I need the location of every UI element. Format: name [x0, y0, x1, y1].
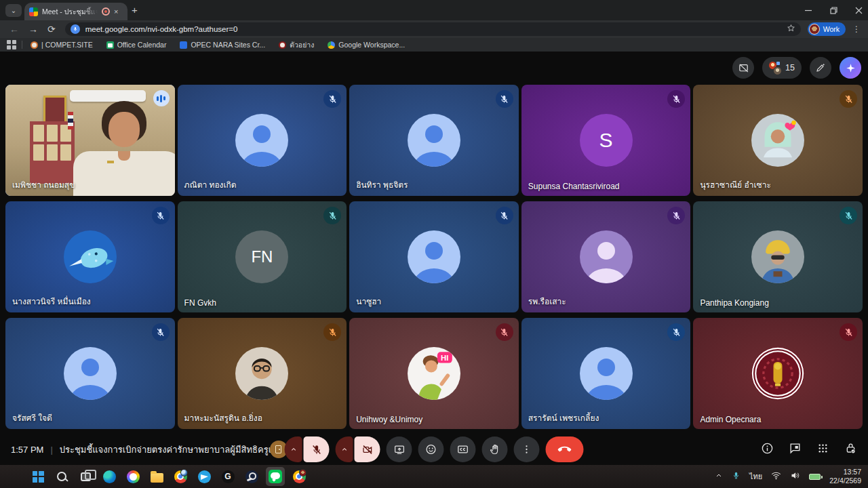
participant-tile[interactable]: สรารัตน์ เพชรเกลี้ยง [521, 318, 691, 429]
participant-tile[interactable]: นาซูฮา [349, 201, 519, 312]
divider: | [50, 445, 52, 455]
participant-tile[interactable]: นุรฮาซาณีย์ อำเซาะ [693, 85, 863, 196]
system-tray: ไทย 13:57 22/4/2569 [715, 468, 861, 485]
camera-control-group [336, 436, 380, 462]
edge-icon[interactable] [100, 467, 119, 486]
participant-tile[interactable]: จรัสศรี ใจดี [5, 318, 175, 429]
participant-tile[interactable]: รพ.รือเสาะ [521, 201, 691, 312]
file-explorer-icon[interactable] [147, 467, 166, 486]
chrome-meet-window-icon[interactable] [290, 467, 309, 486]
bookmark-google-workspace[interactable]: Google Workspace... [328, 41, 405, 49]
man-photo-avatar [235, 347, 288, 400]
participant-name: นางสาวนิจรี หมื่นเมือง [12, 295, 91, 308]
browser-profile-chip[interactable]: Work [808, 22, 846, 36]
steam-icon[interactable] [242, 467, 261, 486]
telegram-icon[interactable] [195, 467, 214, 486]
avatar [235, 347, 288, 400]
host-controls-button[interactable] [844, 442, 857, 458]
back-button[interactable]: ← [9, 24, 19, 35]
tab-list-chevron-icon[interactable]: ⌄ [5, 4, 22, 17]
svg-text:HI: HI [441, 354, 448, 362]
avatar-area [693, 318, 863, 429]
participant-name: เมพิชชา ถนอมสุข [12, 178, 75, 191]
participant-tile[interactable]: Panthipa Kongiang [693, 201, 863, 312]
participant-tile[interactable]: มาหะมะนัสรูดิน อ.ยิ่งอ [178, 318, 347, 429]
keyboard-language-indicator[interactable]: ไทย [749, 470, 762, 483]
reload-button[interactable]: ⟳ [47, 24, 56, 35]
address-bar[interactable]: meet.google.com/nvi-odxk-gbm?authuser=0 [65, 22, 801, 36]
activities-button[interactable] [816, 442, 829, 458]
start-button[interactable] [28, 467, 47, 486]
camera-options-chevron[interactable] [336, 436, 353, 462]
wifi-icon[interactable] [771, 470, 781, 483]
meeting-title: ประชุมชี้แจงการเบิกจ่ายตรงค่ารักษาพยาบาล… [60, 443, 263, 457]
cartoon-photo-avatar: HI [408, 347, 460, 400]
search-button[interactable] [52, 467, 71, 486]
copilot-icon[interactable] [123, 467, 142, 486]
tray-mic-icon[interactable] [732, 470, 741, 483]
narwhal-avatar-icon [64, 230, 117, 283]
taskbar-apps: G [28, 467, 309, 486]
participant-tile[interactable]: Admin Opecnara [693, 318, 863, 429]
participants-button[interactable]: 15 [762, 57, 802, 79]
bookmark-office-calendar[interactable]: Office Calendar [106, 41, 167, 49]
mic-control-group [285, 436, 330, 462]
line-app-icon[interactable] [266, 467, 285, 486]
participant-tile[interactable]: FN FN Gvkh [178, 201, 347, 312]
participant-tile[interactable]: อินทิรา พุธจิตร [349, 85, 519, 196]
present-screen-button[interactable] [387, 436, 412, 462]
url-text: meet.google.com/nvi-odxk-gbm?authuser=0 [85, 25, 781, 33]
raise-hand-button[interactable] [482, 436, 508, 462]
captions-button[interactable] [450, 436, 476, 462]
leave-call-button[interactable] [546, 436, 584, 462]
bookmark-thai[interactable]: ตัวอย่าง [279, 39, 314, 51]
browser-tab[interactable]: Meet - ประชุมชี้แจงการเบิกจ่า × [24, 3, 127, 20]
reactions-button[interactable] [418, 436, 444, 462]
bookmarks-bar: | COMPET.SITE Office Calendar OPEC NARA … [0, 38, 868, 52]
g-app-icon[interactable]: G [218, 467, 237, 486]
mic-muted-button[interactable] [304, 436, 330, 462]
participant-tile[interactable]: นางสาวนิจรี หมื่นเมือง [5, 201, 175, 312]
mic-off-badge [840, 90, 857, 108]
flag [68, 112, 73, 129]
volume-icon[interactable] [790, 470, 800, 483]
tab-close-icon[interactable]: × [114, 7, 118, 16]
task-view-button[interactable] [76, 467, 95, 486]
tray-chevron-icon[interactable] [715, 470, 723, 483]
participant-tile[interactable]: เมพิชชา ถนอมสุข [5, 85, 175, 196]
take-notes-button[interactable] [810, 57, 831, 79]
chat-button[interactable] [789, 442, 802, 458]
participant-tile[interactable]: HI Unihwoy &Unimoy [349, 318, 519, 429]
bookmark-star-icon[interactable] [787, 23, 795, 35]
forward-button[interactable]: → [28, 24, 38, 35]
apps-grid-icon[interactable] [7, 40, 16, 49]
new-tab-button[interactable]: + [132, 5, 138, 15]
chrome-profile-icon[interactable] [171, 467, 190, 486]
avatar [751, 230, 804, 283]
presentation-off-button[interactable] [732, 57, 754, 79]
window-restore-button[interactable] [830, 7, 837, 14]
bookmark-opec-nara[interactable]: OPEC NARA Sites Cr... [180, 41, 265, 49]
avatar-area [693, 201, 863, 312]
tray-clock[interactable]: 13:57 22/4/2569 [829, 468, 861, 485]
recording-indicator-icon [102, 7, 110, 16]
meeting-clock: 1:57 PM [11, 445, 43, 455]
mic-options-chevron[interactable] [285, 436, 302, 462]
mic-permission-icon[interactable] [71, 24, 80, 34]
browser-toolbar: ← → ⟳ meet.google.com/nvi-odxk-gbm?authu… [0, 20, 868, 38]
browser-menu-icon[interactable]: ⋮ [852, 24, 861, 34]
window-minimize-button[interactable] [805, 7, 812, 14]
more-options-button[interactable] [514, 436, 540, 462]
mic-off-badge [496, 90, 513, 108]
battery-icon[interactable] [809, 474, 821, 480]
bookmark-compet[interactable]: | COMPET.SITE [31, 41, 93, 49]
participant-name: รพ.รือเสาะ [528, 295, 566, 308]
meeting-details-button[interactable] [761, 442, 774, 458]
gemini-button[interactable] [840, 57, 861, 79]
participant-tile[interactable]: ภณิตา ทองเกิด [178, 85, 347, 196]
participant-name: Admin Opecnara [700, 415, 761, 424]
person-avatar-icon [408, 114, 460, 167]
camera-off-button[interactable] [355, 436, 380, 462]
window-close-button[interactable] [855, 7, 863, 14]
participant-tile[interactable]: S Supunsa Chantasriviroad [521, 85, 691, 196]
